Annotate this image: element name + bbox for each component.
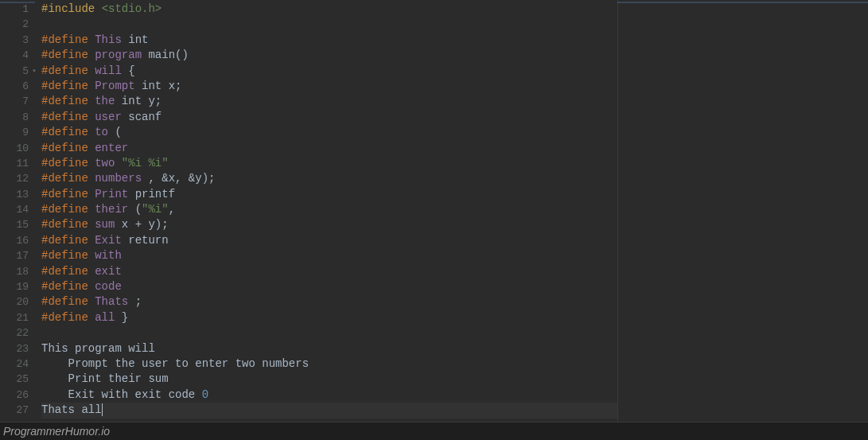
line-number: 23 — [0, 341, 29, 356]
line-number: 3 — [0, 33, 29, 48]
code-line[interactable]: #include <stdio.h> — [41, 2, 617, 17]
code-token: ( — [135, 203, 142, 216]
line-number: 27 — [0, 403, 29, 418]
code-token: #define — [41, 95, 95, 107]
code-token: printf — [135, 188, 175, 201]
code-token: Exit with exit code — [41, 388, 202, 401]
code-token: #include — [41, 2, 102, 15]
line-number: 6 — [0, 79, 29, 94]
code-line[interactable]: #define two "%i %i" — [41, 156, 617, 171]
code-line[interactable]: #define program main() — [41, 48, 617, 63]
code-token: user — [95, 111, 128, 123]
code-token: #define — [41, 142, 95, 154]
code-token: #define — [41, 111, 95, 123]
code-token: int — [128, 33, 148, 46]
code-token: scanf — [128, 111, 162, 123]
code-token: , &x, &y); — [148, 172, 215, 185]
code-line[interactable]: #define Exit return — [41, 233, 617, 248]
line-number: 18 — [0, 264, 29, 279]
code-token: the — [95, 95, 122, 107]
code-token: will — [95, 64, 128, 77]
code-token: enter — [95, 142, 128, 154]
code-token: Thats — [95, 295, 134, 308]
code-token: exit — [95, 265, 122, 278]
line-number-gutter: 1234567891011121314151617181920212223242… — [0, 0, 35, 422]
code-token: #define — [41, 172, 95, 185]
code-area[interactable]: #include <stdio.h>#define This int#defin… — [35, 0, 617, 422]
code-line[interactable]: #define code — [41, 279, 617, 294]
watermark-text: ProgrammerHumor.io — [3, 425, 110, 438]
code-line[interactable]: #define Prompt int x; — [41, 79, 617, 94]
code-token: main() — [148, 49, 188, 61]
code-token: int x; — [142, 80, 181, 92]
code-line[interactable]: #define user scanf — [41, 110, 617, 125]
code-line[interactable]: #define their ("%i", — [41, 202, 617, 217]
line-number: 11 — [0, 156, 29, 171]
line-number: 26 — [0, 387, 29, 403]
line-number: 9 — [0, 125, 29, 140]
code-token: numbers — [95, 172, 148, 185]
code-line[interactable]: #define the int y; — [41, 94, 617, 109]
code-token: int y; — [122, 95, 162, 107]
code-line[interactable]: #define sum x + y); — [41, 217, 617, 232]
code-line[interactable]: #define Print printf — [41, 187, 617, 202]
code-token: #define — [41, 33, 95, 46]
code-token: "%i %i" — [122, 157, 169, 169]
code-line[interactable]: Print their sum — [41, 372, 617, 387]
code-token: 0 — [202, 388, 208, 401]
code-line[interactable]: Thats all — [41, 403, 617, 418]
code-token: all — [95, 311, 122, 324]
code-token: #define — [41, 49, 95, 61]
code-token: Print their sum — [41, 372, 169, 385]
code-line[interactable]: #define exit — [41, 264, 617, 279]
code-line[interactable]: #define all } — [41, 310, 617, 325]
code-line[interactable]: #define numbers , &x, &y); — [41, 171, 617, 186]
line-number: 15 — [0, 217, 29, 232]
editor-container: 1234567891011121314151617181920212223242… — [0, 0, 868, 422]
line-number: 2 — [0, 17, 29, 32]
line-number: 12 — [0, 171, 29, 186]
code-token: #define — [41, 126, 95, 138]
code-line[interactable]: #define enter — [41, 141, 617, 156]
code-token: #define — [41, 234, 95, 247]
code-token: { — [128, 64, 134, 77]
code-token: to — [95, 126, 115, 138]
code-line[interactable] — [41, 325, 617, 341]
code-token: #define — [41, 218, 95, 231]
code-line[interactable]: #define to ( — [41, 125, 617, 140]
line-number: 1 — [0, 2, 29, 17]
line-number: 14 — [0, 202, 29, 217]
code-token: #define — [41, 203, 95, 216]
code-token: their — [95, 203, 134, 216]
line-number: 17 — [0, 248, 29, 263]
code-line[interactable]: #define Thats ; — [41, 294, 617, 310]
code-token: ; — [135, 295, 142, 308]
code-token: ( — [115, 126, 121, 138]
code-line[interactable]: Prompt the user to enter two numbers — [41, 356, 617, 372]
code-token: Exit — [95, 234, 128, 247]
code-token: #define — [41, 311, 95, 324]
code-token: This program will — [41, 342, 155, 355]
line-number: 13 — [0, 187, 29, 202]
line-number: 22 — [0, 325, 29, 341]
code-token: #define — [41, 188, 95, 201]
code-token: <stdio.h> — [102, 2, 162, 15]
line-number: 8 — [0, 110, 29, 125]
code-token: } — [122, 311, 128, 324]
code-token: "%i" — [142, 203, 169, 216]
code-line[interactable]: Exit with exit code 0 — [41, 387, 617, 403]
line-number: 21 — [0, 310, 29, 325]
code-token: two — [95, 157, 122, 169]
code-line[interactable]: #define with — [41, 248, 617, 263]
code-token: Thats all — [41, 403, 102, 416]
code-line[interactable]: ▾#define will { — [41, 64, 617, 79]
line-number: 7 — [0, 94, 29, 109]
code-line[interactable]: #define This int — [41, 33, 617, 48]
right-panel — [617, 0, 868, 422]
code-token: Prompt — [95, 80, 142, 92]
line-number: 25 — [0, 372, 29, 387]
code-line[interactable]: This program will — [41, 341, 617, 356]
code-line[interactable] — [41, 17, 617, 32]
fold-marker-icon[interactable]: ▾ — [32, 64, 37, 79]
code-token: Prompt the user to enter two numbers — [41, 357, 309, 370]
